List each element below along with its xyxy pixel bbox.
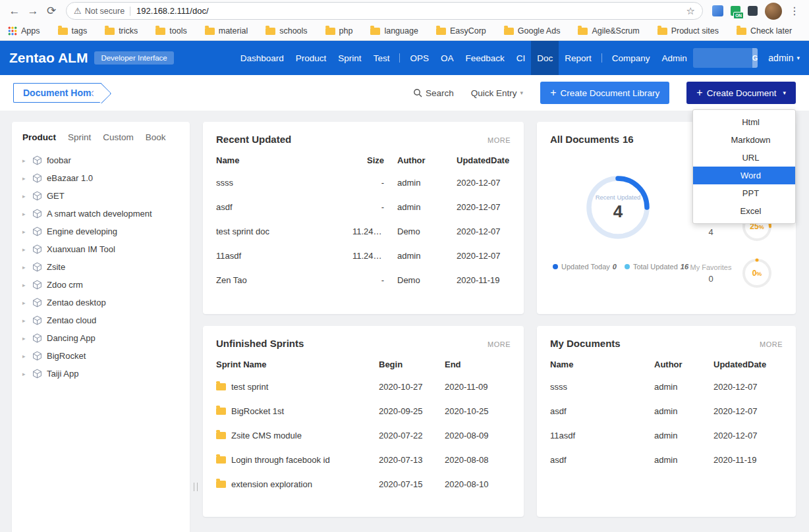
- search-link[interactable]: Search: [413, 88, 454, 98]
- tree-item[interactable]: ▸BigRocket: [12, 347, 190, 365]
- create-document-library-button[interactable]: + Create Document Library: [540, 82, 669, 104]
- doc-name[interactable]: asdf: [216, 195, 352, 219]
- table-row[interactable]: Login through facebook id2020-07-132020-…: [216, 448, 511, 472]
- bookmark-folder[interactable]: Google Ads: [504, 26, 561, 36]
- tree-item[interactable]: ▸A smart watch development: [12, 205, 190, 223]
- table-row[interactable]: BigRocket 1st2020-09-252020-10-25: [216, 399, 511, 423]
- nav-ci[interactable]: CI: [511, 41, 532, 75]
- bookmark-folder[interactable]: php: [325, 26, 353, 36]
- chevron-right-icon[interactable]: ▸: [22, 282, 31, 288]
- tab-product[interactable]: Product: [22, 132, 56, 142]
- tab-book[interactable]: Book: [146, 132, 166, 142]
- tree-item[interactable]: ▸Taiji App: [12, 365, 190, 383]
- nav-sprint[interactable]: Sprint: [332, 41, 367, 75]
- bookmark-folder[interactable]: Product sites: [657, 26, 719, 36]
- menu-item-markdown[interactable]: Markdown: [693, 131, 795, 149]
- menu-item-word[interactable]: Word: [693, 167, 795, 184]
- forward-icon[interactable]: →: [24, 0, 42, 22]
- tree-item[interactable]: ▸eBazaar 1.0: [12, 169, 190, 187]
- table-row[interactable]: ssss-admin2020-12-07: [216, 171, 511, 195]
- back-icon[interactable]: ←: [5, 0, 24, 22]
- quick-entry-dropdown[interactable]: Quick Entry ▾: [471, 88, 523, 98]
- doc-name[interactable]: Zen Tao: [216, 268, 352, 292]
- nav-company[interactable]: Company: [606, 41, 656, 75]
- bookmark-folder[interactable]: schools: [265, 26, 307, 36]
- chevron-right-icon[interactable]: ▸: [22, 193, 31, 200]
- bookmark-folder[interactable]: tags: [58, 26, 88, 36]
- table-row[interactable]: asdfadmin2020-11-19: [550, 448, 783, 472]
- extension-icon-green[interactable]: ON: [731, 6, 740, 16]
- nav-search-input[interactable]: [693, 53, 752, 63]
- nav-ops[interactable]: OPS: [404, 41, 435, 75]
- menu-item-url[interactable]: URL: [693, 149, 795, 167]
- nav-test[interactable]: Test: [368, 41, 396, 75]
- chevron-right-icon[interactable]: ▸: [22, 317, 31, 324]
- nav-dashboard[interactable]: Dashboard: [235, 41, 290, 75]
- nav-doc[interactable]: Doc: [531, 41, 559, 75]
- nav-product[interactable]: Product: [290, 41, 333, 75]
- bookmark-folder[interactable]: language: [370, 26, 418, 36]
- nav-oa[interactable]: OA: [435, 41, 460, 75]
- menu-item-html[interactable]: Html: [693, 113, 795, 131]
- bookmark-folder[interactable]: Check later: [737, 26, 792, 36]
- tree-item[interactable]: ▸Zsite: [12, 258, 190, 276]
- more-link[interactable]: MORE: [488, 136, 511, 144]
- browser-menu-icon[interactable]: ⋮: [789, 5, 800, 17]
- doc-name[interactable]: ssss: [550, 375, 654, 399]
- bookmark-apps[interactable]: Apps: [8, 26, 40, 36]
- tree-item[interactable]: ▸Dancing App: [12, 329, 190, 347]
- chevron-right-icon[interactable]: ▸: [22, 300, 31, 306]
- tab-sprint[interactable]: Sprint: [68, 132, 91, 142]
- table-row[interactable]: 11asdfadmin2020-12-07: [550, 423, 783, 448]
- doc-name[interactable]: 11asdf: [550, 423, 654, 448]
- chevron-right-icon[interactable]: ▸: [22, 228, 31, 235]
- doc-name[interactable]: test sprint doc: [216, 219, 352, 244]
- menu-item-ppt[interactable]: PPT: [693, 184, 795, 202]
- sprint-name[interactable]: Zsite CMS module: [231, 431, 302, 440]
- nav-feedback[interactable]: Feedback: [459, 41, 510, 75]
- table-row[interactable]: ssssadmin2020-12-07: [550, 375, 783, 399]
- chevron-right-icon[interactable]: ▸: [22, 371, 31, 377]
- tree-item[interactable]: ▸Zentao desktop: [12, 294, 190, 311]
- nav-admin[interactable]: Admin: [656, 41, 693, 75]
- chevron-right-icon[interactable]: ▸: [22, 264, 31, 271]
- more-link[interactable]: MORE: [760, 340, 783, 348]
- tree-item[interactable]: ▸foobar: [12, 151, 190, 169]
- panel-resize-grip[interactable]: [194, 483, 198, 491]
- extension-icon-dark[interactable]: [748, 6, 758, 16]
- user-menu[interactable]: admin ▾: [768, 53, 800, 63]
- sprint-name[interactable]: extension exploration: [231, 479, 312, 489]
- table-row[interactable]: asdfadmin2020-12-07: [550, 399, 783, 423]
- bookmark-star-icon[interactable]: ☆: [686, 5, 695, 17]
- menu-item-excel[interactable]: Excel: [693, 202, 795, 220]
- chevron-right-icon[interactable]: ▸: [22, 335, 31, 342]
- create-document-button[interactable]: + Create Document ▾ Html Markdown URL Wo…: [686, 82, 796, 104]
- go-button[interactable]: GO!: [752, 48, 758, 68]
- nav-report[interactable]: Report: [559, 41, 598, 75]
- tree-item[interactable]: ▸Xuanxuan IM Tool: [12, 240, 190, 258]
- tree-item[interactable]: ▸Engine developing: [12, 223, 190, 240]
- doc-name[interactable]: asdf: [550, 448, 654, 472]
- table-row[interactable]: asdf-admin2020-12-07: [216, 195, 511, 219]
- tree-item[interactable]: ▸Zentao cloud: [12, 311, 190, 329]
- doc-name[interactable]: asdf: [550, 399, 654, 423]
- chevron-right-icon[interactable]: ▸: [22, 246, 31, 253]
- table-row[interactable]: Zen Tao-Demo2020-11-19: [216, 268, 511, 292]
- more-link[interactable]: MORE: [488, 340, 511, 348]
- chevron-right-icon[interactable]: ▸: [22, 157, 31, 164]
- chevron-right-icon[interactable]: ▸: [22, 353, 31, 359]
- profile-avatar[interactable]: [765, 3, 782, 20]
- address-bar[interactable]: ⚠ Not secure 192.168.2.111/doc/ ☆: [66, 2, 703, 20]
- reload-icon[interactable]: ⟳: [42, 0, 61, 22]
- bookmark-folder[interactable]: material: [205, 26, 248, 36]
- bookmark-folder[interactable]: tricks: [105, 26, 138, 36]
- tab-custom[interactable]: Custom: [103, 132, 134, 142]
- bookmark-folder[interactable]: tools: [155, 26, 186, 36]
- table-row[interactable]: test sprint doc11.24KBDemo2020-12-07: [216, 219, 511, 244]
- breadcrumb-document-home[interactable]: Document Home: [13, 83, 101, 103]
- bookmark-folder[interactable]: EasyCorp: [436, 26, 486, 36]
- doc-name[interactable]: 11asdf: [216, 244, 352, 268]
- chevron-right-icon[interactable]: ▸: [22, 211, 31, 217]
- app-logo[interactable]: Zentao ALM: [9, 50, 88, 66]
- chevron-right-icon[interactable]: ▸: [22, 175, 31, 182]
